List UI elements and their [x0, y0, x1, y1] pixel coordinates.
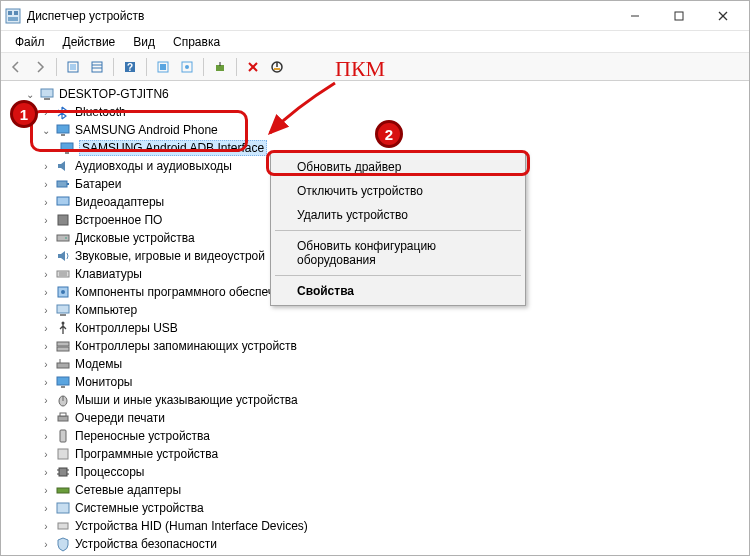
expand-icon[interactable]: ›	[39, 159, 53, 173]
system-icon	[55, 500, 71, 516]
network-icon	[55, 482, 71, 498]
tree-node-net[interactable]: ›Сетевые адаптеры	[1, 481, 749, 499]
tree-node-hid[interactable]: ›Устройства HID (Human Interface Devices…	[1, 517, 749, 535]
expand-icon[interactable]: ›	[39, 357, 53, 371]
disk-icon	[55, 230, 71, 246]
tree-node-cpu[interactable]: ›Процессоры	[1, 463, 749, 481]
expand-icon[interactable]: ›	[39, 519, 53, 533]
expand-icon[interactable]: ›	[39, 339, 53, 353]
security-icon	[55, 536, 71, 552]
expand-icon[interactable]: ›	[39, 411, 53, 425]
forward-button[interactable]	[29, 56, 51, 78]
expand-icon[interactable]: ›	[39, 195, 53, 209]
svg-text:?: ?	[127, 62, 133, 73]
menu-file[interactable]: Файл	[7, 33, 53, 51]
expand-icon[interactable]: ›	[39, 393, 53, 407]
ctx-remove-device[interactable]: Удалить устройство	[273, 203, 523, 227]
battery-icon	[55, 176, 71, 192]
tree-label: Процессоры	[75, 465, 145, 479]
back-button[interactable]	[5, 56, 27, 78]
scan-button[interactable]	[209, 56, 231, 78]
svg-rect-24	[44, 98, 50, 100]
tree-node-mice[interactable]: ›Мыши и иные указывающие устройства	[1, 391, 749, 409]
ctx-scan-hardware[interactable]: Обновить конфигурацию оборудования	[273, 234, 523, 272]
toolbar-separator	[56, 58, 57, 76]
svg-rect-9	[70, 64, 76, 70]
bluetooth-icon	[55, 104, 71, 120]
tree-label: SAMSUNG Android ADB Interface	[79, 140, 267, 156]
refresh-button[interactable]	[152, 56, 174, 78]
tree-node-printqueue[interactable]: ›Очереди печати	[1, 409, 749, 427]
storage-icon	[55, 338, 71, 354]
expand-icon[interactable]: ›	[39, 465, 53, 479]
context-menu: Обновить драйвер Отключить устройство Уд…	[270, 152, 526, 306]
ctx-properties[interactable]: Свойства	[273, 279, 523, 303]
expand-icon[interactable]: ›	[39, 375, 53, 389]
tree-node-modems[interactable]: ›Модемы	[1, 355, 749, 373]
expand-icon[interactable]: ›	[39, 321, 53, 335]
expand-icon[interactable]: ›	[39, 537, 53, 551]
tree-label: Контроллеры запоминающих устройств	[75, 339, 297, 353]
expand-icon[interactable]: ›	[39, 429, 53, 443]
properties-button[interactable]	[176, 56, 198, 78]
window-controls	[613, 2, 745, 30]
svg-rect-59	[57, 488, 69, 493]
expand-icon[interactable]: ›	[39, 447, 53, 461]
toolbar-separator	[203, 58, 204, 76]
svg-rect-26	[61, 134, 65, 136]
expand-icon[interactable]: ›	[39, 177, 53, 191]
help-button[interactable]: ?	[119, 56, 141, 78]
maximize-button[interactable]	[657, 2, 701, 30]
expand-icon[interactable]: ›	[39, 483, 53, 497]
tree-label: Контроллеры USB	[75, 321, 178, 335]
tree-node-samsung-phone[interactable]: ⌄ SAMSUNG Android Phone	[1, 121, 749, 139]
expand-icon[interactable]: ›	[39, 231, 53, 245]
view-button[interactable]	[86, 56, 108, 78]
tree-node-portable[interactable]: ›Переносные устройства	[1, 427, 749, 445]
svg-point-39	[61, 290, 65, 294]
expand-icon[interactable]: ›	[39, 267, 53, 281]
svg-rect-5	[675, 12, 683, 20]
minimize-button[interactable]	[613, 2, 657, 30]
disable-button[interactable]	[266, 56, 288, 78]
menu-help[interactable]: Справка	[165, 33, 228, 51]
modem-icon	[55, 356, 71, 372]
tree-label: Аудиовходы и аудиовыходы	[75, 159, 232, 173]
svg-rect-61	[58, 523, 68, 529]
expand-icon[interactable]: ›	[39, 501, 53, 515]
show-hidden-button[interactable]	[62, 56, 84, 78]
close-button[interactable]	[701, 2, 745, 30]
tree-node-security[interactable]: ›Устройства безопасности	[1, 535, 749, 553]
svg-rect-54	[59, 468, 67, 476]
svg-point-42	[62, 322, 65, 325]
ctx-disable-device[interactable]: Отключить устройство	[273, 179, 523, 203]
expand-icon[interactable]: ›	[39, 303, 53, 317]
tree-node-bluetooth[interactable]: › Bluetooth	[1, 103, 749, 121]
uninstall-button[interactable]	[242, 56, 264, 78]
svg-rect-1	[8, 11, 12, 15]
expand-icon[interactable]: ›	[39, 285, 53, 299]
menu-view[interactable]: Вид	[125, 33, 163, 51]
expand-icon[interactable]: ›	[39, 105, 53, 119]
keyboard-icon	[55, 266, 71, 282]
expand-icon[interactable]: ›	[39, 249, 53, 263]
tree-node-other[interactable]: ›Программные устройства	[1, 445, 749, 463]
tree-node-system[interactable]: ›Системные устройства	[1, 499, 749, 517]
svg-rect-27	[61, 143, 73, 151]
tree-label: Системные устройства	[75, 501, 204, 515]
expand-icon[interactable]: ›	[39, 213, 53, 227]
tree-label: Устройства HID (Human Interface Devices)	[75, 519, 308, 533]
svg-rect-16	[160, 64, 166, 70]
monitor-icon	[55, 374, 71, 390]
svg-rect-23	[41, 89, 53, 97]
tree-node-monitors[interactable]: ›Мониторы	[1, 373, 749, 391]
tree-node-storage[interactable]: ›Контроллеры запоминающих устройств	[1, 337, 749, 355]
tree-root[interactable]: ⌄ DESKTOP-GTJITN6	[1, 85, 749, 103]
expand-icon[interactable]: ⌄	[23, 87, 37, 101]
tree-label: Устройства безопасности	[75, 537, 217, 551]
expand-icon[interactable]: ⌄	[39, 123, 53, 137]
svg-rect-25	[57, 125, 69, 133]
ctx-update-driver[interactable]: Обновить драйвер	[273, 155, 523, 179]
menu-action[interactable]: Действие	[55, 33, 124, 51]
tree-node-usb[interactable]: ›Контроллеры USB	[1, 319, 749, 337]
